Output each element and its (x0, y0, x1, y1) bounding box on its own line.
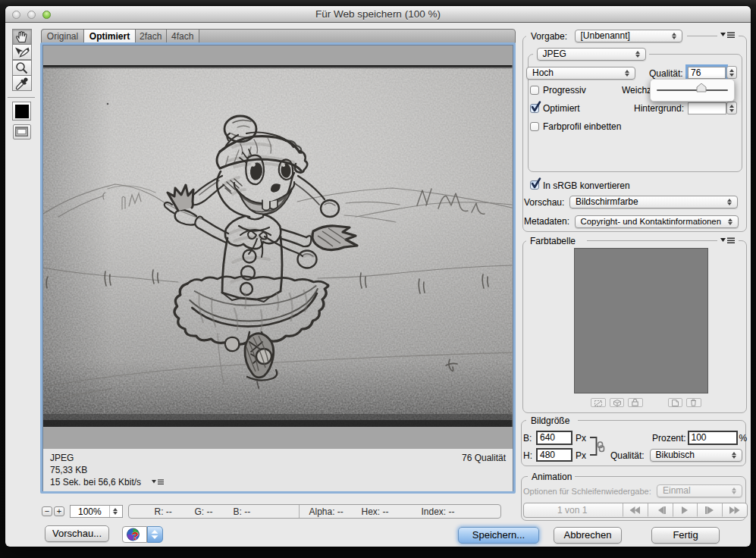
svg-text:?: ? (132, 529, 139, 542)
